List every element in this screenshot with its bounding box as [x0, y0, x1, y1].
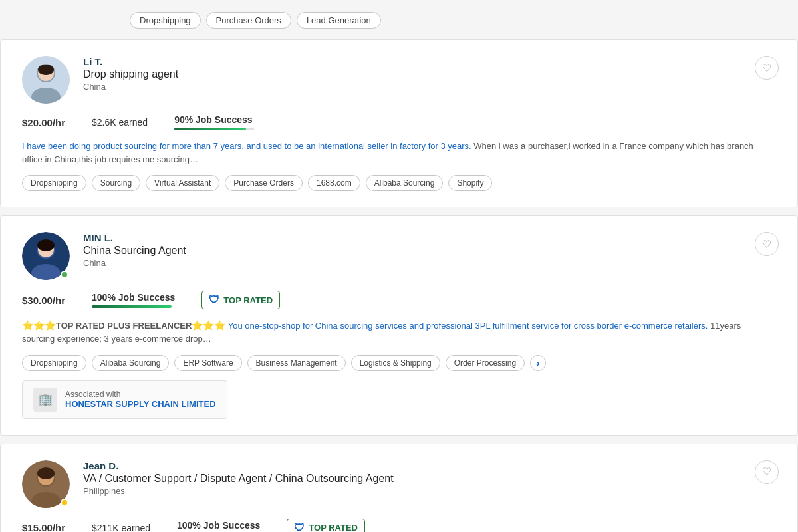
job-bar-fill-min-l	[92, 305, 172, 308]
freelancer-card-min-l: ♡ MIN L. China Sourcing Agent China	[0, 215, 798, 436]
save-button-li-t[interactable]: ♡	[755, 56, 779, 80]
freelancer-title-li-t: Drop shipping agent	[83, 68, 776, 80]
rate-min-l: $30.00/hr	[22, 295, 65, 306]
assoc-name-min-l[interactable]: HONESTAR SUPPLY CHAIN LIMITED	[65, 399, 216, 409]
freelancer-country-li-t: China	[83, 82, 776, 92]
job-bar-fill-li-t	[174, 128, 246, 130]
tag-purchase-orders[interactable]: Purchase Orders	[206, 12, 291, 29]
skill-biz-mgmt[interactable]: Business Management	[247, 355, 346, 371]
job-success-jean-d: 100% Job Success	[177, 520, 260, 533]
freelancer-country-min-l: China	[83, 258, 776, 268]
svg-point-14	[37, 467, 55, 479]
avatar-wrap-li-t	[22, 56, 70, 104]
profile-info-li-t: Li T. Drop shipping agent China	[83, 56, 776, 92]
skill-sourcing[interactable]: Sourcing	[92, 175, 140, 191]
page-wrapper: Dropshipping Purchase Orders Lead Genera…	[0, 0, 798, 532]
profile-info-min-l: MIN L. China Sourcing Agent China	[83, 232, 776, 268]
job-bar-bg-min-l	[92, 305, 172, 308]
avatar-wrap-jean-d	[22, 460, 70, 508]
company-text-min-l: Associated with HONESTAR SUPPLY CHAIN LI…	[65, 390, 216, 409]
freelancer-card-jean-d: ♡ Jean D. VA / Customer Support / Disput…	[0, 444, 798, 533]
save-button-jean-d[interactable]: ♡	[755, 460, 779, 484]
online-dot-min-l	[61, 271, 68, 279]
skill-virtual-assistant[interactable]: Virtual Assistant	[146, 175, 219, 191]
job-success-li-t: 90% Job Success	[174, 114, 254, 130]
job-success-min-l: 100% Job Success	[92, 292, 175, 308]
freelancer-title-jean-d: VA / Customer Support / Dispute Agent / …	[83, 473, 776, 485]
top-rated-badge-min-l: 🛡 TOP RATED	[201, 291, 280, 309]
svg-point-9	[37, 239, 55, 251]
earned-jean-d: $211K earned	[92, 523, 150, 533]
skill-dropshipping-min[interactable]: Dropshipping	[22, 355, 86, 371]
card-header-li-t: Li T. Drop shipping agent China	[22, 56, 776, 104]
skill-shopify[interactable]: Shopify	[448, 175, 492, 191]
profile-info-jean-d: Jean D. VA / Customer Support / Dispute …	[83, 460, 776, 496]
skill-alibaba-sourcing[interactable]: Alibaba Sourcing	[366, 175, 444, 191]
rate-li-t: $20.00/hr	[22, 117, 65, 128]
skills-row-min-l: Dropshipping Alibaba Sourcing ERP Softwa…	[22, 355, 776, 371]
more-skills-button-min-l[interactable]: ›	[530, 355, 546, 371]
company-assoc-min-l: 🏢 Associated with HONESTAR SUPPLY CHAIN …	[22, 380, 227, 419]
stats-row-min-l: $30.00/hr 100% Job Success 🛡 TOP RATED	[22, 291, 776, 309]
skill-erp[interactable]: ERP Software	[174, 355, 241, 371]
description-min-l: ⭐⭐⭐TOP RATED PLUS FREELANCER⭐⭐⭐ You one-…	[22, 319, 776, 346]
tag-lead-generation[interactable]: Lead Generation	[297, 12, 381, 29]
freelancer-title-min-l: China Sourcing Agent	[83, 245, 776, 257]
avatar-li-t	[22, 56, 70, 104]
company-icon-min-l: 🏢	[33, 388, 57, 412]
online-dot-jean-d	[61, 499, 68, 507]
skill-order-processing[interactable]: Order Processing	[446, 355, 525, 371]
top-rated-label-min-l: TOP RATED	[223, 295, 273, 305]
top-rated-label-jean-d: TOP RATED	[309, 523, 358, 532]
tag-dropshipping[interactable]: Dropshipping	[130, 12, 201, 29]
stats-row-jean-d: $15.00/hr $211K earned 100% Job Success …	[22, 519, 776, 533]
description-li-t: I have been doing product sourcing for m…	[22, 140, 776, 166]
rate-jean-d: $15.00/hr	[22, 522, 65, 532]
skills-row-li-t: Dropshipping Sourcing Virtual Assistant …	[22, 175, 776, 191]
top-tags-row: Dropshipping Purchase Orders Lead Genera…	[130, 7, 798, 39]
freelancer-name-min-l[interactable]: MIN L.	[83, 232, 776, 243]
freelancer-name-li-t[interactable]: Li T.	[83, 56, 776, 67]
earned-li-t: $2.6K earned	[92, 117, 148, 128]
skill-purchase-orders[interactable]: Purchase Orders	[225, 175, 303, 191]
save-button-min-l[interactable]: ♡	[755, 232, 779, 256]
top-rated-badge-jean-d: 🛡 TOP RATED	[287, 519, 365, 533]
card-header-jean-d: Jean D. VA / Customer Support / Dispute …	[22, 460, 776, 508]
skill-1688[interactable]: 1688.com	[308, 175, 360, 191]
job-bar-bg-li-t	[174, 128, 254, 130]
freelancer-card-li-t: ♡ Li T. Drop shipping agent China	[0, 39, 798, 207]
skill-logistics[interactable]: Logistics & Shipping	[351, 355, 440, 371]
shield-icon-jean-d: 🛡	[294, 522, 305, 533]
shield-icon-min-l: 🛡	[209, 294, 219, 306]
freelancer-name-jean-d[interactable]: Jean D.	[83, 460, 776, 471]
skill-alibaba-min[interactable]: Alibaba Sourcing	[92, 355, 170, 371]
svg-point-4	[38, 65, 54, 75]
avatar-wrap-min-l	[22, 232, 70, 280]
freelancer-country-jean-d: Philippines	[83, 486, 776, 496]
card-header-min-l: MIN L. China Sourcing Agent China	[22, 232, 776, 280]
skill-dropshipping[interactable]: Dropshipping	[22, 175, 86, 191]
stats-row-li-t: $20.00/hr $2.6K earned 90% Job Success	[22, 114, 776, 130]
assoc-label-min-l: Associated with	[65, 390, 216, 399]
